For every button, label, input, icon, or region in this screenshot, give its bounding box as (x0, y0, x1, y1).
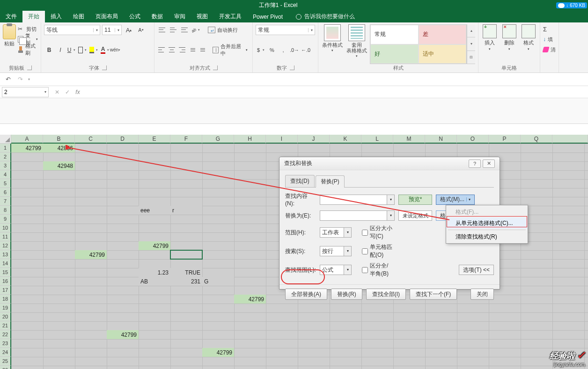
match-whole-check[interactable]: 单元格匹配(O) (362, 243, 393, 259)
tab-formulas[interactable]: 公式 (124, 11, 146, 22)
tab-view[interactable]: 视图 (191, 11, 213, 22)
cell-A1[interactable]: 42799 (11, 144, 43, 152)
format-painter-button[interactable]: 格式刷 (18, 45, 38, 54)
align-top-button[interactable] (157, 25, 168, 35)
cell-E12[interactable]: 42799 (139, 241, 170, 250)
style-neutral[interactable]: 适中 (419, 44, 467, 64)
cell-E15[interactable]: 1.23 (139, 268, 170, 277)
clear-button[interactable]: 清 (543, 45, 556, 54)
match-width-check[interactable]: 区分全/半角(B) (362, 262, 393, 278)
row-header[interactable]: 7 (0, 197, 11, 206)
tab-insert[interactable]: 插入 (45, 11, 67, 22)
font-launcher[interactable] (102, 65, 107, 70)
table-format-button[interactable]: 套用 表格格式▾ (345, 24, 368, 64)
tab-powerpivot[interactable]: Power Pivot (247, 11, 288, 22)
dialog-titlebar[interactable]: 查找和替换 ? ✕ (279, 157, 500, 170)
select-all-corner[interactable] (0, 135, 11, 144)
row-header[interactable]: 20 (0, 312, 11, 321)
row-header[interactable]: 13 (0, 250, 11, 259)
col-header[interactable]: A (11, 135, 43, 144)
close-window-button[interactable]: ✕ (483, 159, 495, 168)
align-right-button[interactable] (177, 45, 186, 55)
align-middle-button[interactable] (169, 25, 179, 35)
row-header[interactable]: 25 (0, 357, 11, 366)
replace-input[interactable]: ▾ (320, 210, 395, 221)
tab-dev[interactable]: 开发工具 (213, 11, 247, 22)
cell-F15[interactable]: TRUE (170, 268, 202, 277)
col-header[interactable]: F (170, 135, 202, 144)
cell-F8[interactable]: r (170, 206, 202, 215)
bold-button[interactable]: B (44, 45, 54, 55)
col-header[interactable]: H (234, 135, 266, 144)
border-button[interactable] (78, 45, 88, 55)
cell-H18[interactable]: 42799 (234, 295, 266, 304)
cell-G16[interactable]: G (202, 277, 234, 286)
formula-input[interactable] (84, 87, 588, 97)
merge-center-button[interactable]: 合并后居中▾ (211, 45, 250, 55)
col-header[interactable]: L (361, 135, 393, 144)
find-next-button[interactable]: 查找下一个(F) (410, 289, 457, 300)
replace-button[interactable]: 替换(R) (331, 289, 362, 300)
fx-button[interactable]: fx (73, 89, 82, 95)
style-gallery[interactable]: 常规 差 好 适中 (370, 24, 467, 64)
wrap-text-button[interactable]: 自动换行 (206, 25, 240, 35)
col-header[interactable]: K (330, 135, 361, 144)
number-format-combo[interactable]: 常规▾ (256, 25, 315, 35)
tab-home[interactable]: 开始 (22, 11, 45, 22)
tab-layout[interactable]: 页面布局 (90, 11, 124, 22)
menu-from-cell[interactable]: 从单元格选择格式(C)... (446, 217, 528, 229)
row-header[interactable]: 10 (0, 224, 11, 232)
style-bad[interactable]: 差 (419, 25, 467, 44)
row-header[interactable]: 8 (0, 206, 11, 215)
cell-B3[interactable]: 42948 (43, 161, 75, 170)
decrease-font-button[interactable]: A▾ (136, 25, 146, 35)
tab-draw[interactable]: 绘图 (67, 11, 90, 22)
undo-button[interactable]: ↶ (4, 75, 12, 84)
row-header[interactable]: 14 (0, 259, 11, 268)
col-header[interactable]: B (43, 135, 75, 144)
increase-decimal-button[interactable]: .0→ (289, 45, 300, 55)
replace-all-button[interactable]: 全部替换(A) (285, 289, 327, 300)
col-header[interactable]: D (107, 135, 139, 144)
align-center-button[interactable] (167, 45, 176, 55)
font-color-button[interactable]: A (100, 45, 110, 55)
tab-data[interactable]: 数据 (146, 11, 169, 22)
col-header[interactable]: J (298, 135, 330, 144)
cell-G24[interactable]: 42799 (202, 348, 234, 357)
fill-button[interactable]: 填 (543, 35, 556, 44)
help-button[interactable]: ? (469, 159, 481, 168)
lookin-select[interactable]: 公式▾ (320, 265, 352, 275)
row-header[interactable]: 11 (0, 232, 11, 241)
decrease-indent-button[interactable] (187, 45, 196, 55)
cancel-button[interactable]: ✕ (52, 89, 62, 95)
close-button[interactable]: 关闭 (470, 289, 494, 300)
col-header[interactable]: N (425, 135, 457, 144)
percent-button[interactable]: % (267, 45, 277, 55)
cell-E16[interactable]: AB (139, 277, 170, 286)
delete-cells-button[interactable]: 删除▾ (501, 24, 518, 51)
col-header[interactable]: I (266, 135, 298, 144)
decrease-decimal-button[interactable]: ←.0 (301, 45, 311, 55)
col-header[interactable]: Q (521, 135, 552, 144)
row-header[interactable]: 19 (0, 304, 11, 312)
row-header[interactable]: 6 (0, 188, 11, 197)
search-select[interactable]: 按行▾ (320, 246, 352, 256)
cell-C13[interactable]: 42799 (75, 250, 107, 259)
tab-replace[interactable]: 替换(P) (316, 175, 345, 188)
italic-button[interactable]: I (55, 45, 66, 55)
tab-file[interactable]: 文件 (0, 11, 22, 22)
cell-F16[interactable]: 231 (170, 277, 202, 286)
row-header[interactable]: 18 (0, 295, 11, 304)
increase-font-button[interactable]: A▴ (124, 25, 134, 35)
font-size-combo[interactable]: 11▾ (102, 25, 122, 35)
paste-button[interactable]: 粘贴 (3, 24, 16, 54)
row-header[interactable]: 12 (0, 241, 11, 250)
enter-button[interactable]: ✓ (63, 89, 72, 95)
match-case-check[interactable]: 区分大小写(C) (362, 224, 393, 240)
row-header[interactable]: 5 (0, 179, 11, 188)
row-header[interactable]: 17 (0, 286, 11, 295)
active-cell[interactable] (170, 250, 202, 259)
align-bottom-button[interactable] (180, 25, 190, 35)
col-header[interactable]: P (489, 135, 521, 144)
row-header[interactable]: 26 (0, 366, 11, 369)
